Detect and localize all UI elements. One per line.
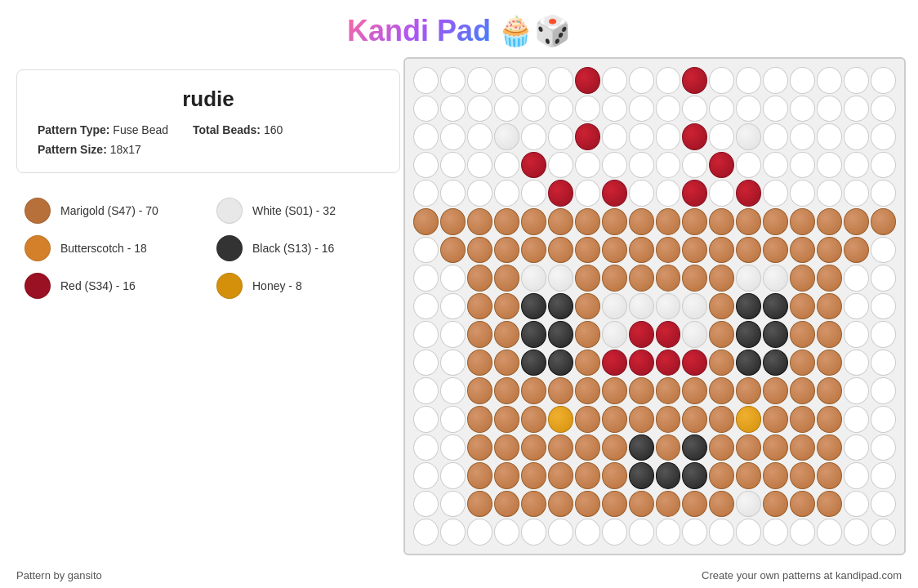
bead (763, 96, 788, 122)
bead (709, 265, 734, 292)
bead (709, 519, 734, 546)
bead (521, 434, 546, 461)
left-panel: rudie Pattern Type: Fuse Bead Total Bead… (16, 69, 400, 555)
bead (494, 491, 519, 518)
color-legend-item: Red (S34) - 16 (25, 273, 200, 299)
bead (817, 123, 842, 150)
bead (575, 67, 600, 94)
bead (682, 67, 707, 94)
color-legend-item: Marigold (S47) - 70 (25, 198, 200, 224)
bead (656, 152, 681, 179)
bead (494, 462, 519, 489)
bead (709, 321, 734, 348)
bead (736, 434, 761, 461)
bead (629, 462, 654, 489)
bead (844, 265, 869, 292)
bead (467, 406, 492, 433)
bead (413, 152, 439, 179)
bead (602, 237, 627, 264)
bead (763, 237, 788, 264)
bead (709, 406, 734, 433)
bead (682, 293, 707, 320)
bead (656, 237, 681, 264)
bead (629, 67, 654, 94)
bead (521, 491, 546, 518)
bead (494, 96, 519, 122)
bead (494, 123, 519, 150)
color-legend-item: Honey - 8 (216, 273, 392, 299)
bead (467, 491, 492, 518)
bead (790, 293, 815, 320)
pattern-meta: Pattern Type: Fuse Bead Total Beads: 160 (38, 123, 379, 136)
total-beads: Total Beads: 160 (193, 123, 283, 136)
pattern-name: rudie (38, 87, 379, 112)
bead (629, 123, 654, 150)
bead (494, 152, 519, 179)
bead (844, 96, 869, 122)
bead (656, 434, 681, 461)
bead (709, 123, 734, 150)
bead (413, 377, 439, 404)
bead (521, 152, 546, 179)
bead (817, 180, 842, 207)
bead (413, 462, 439, 489)
bead (467, 321, 492, 348)
bead (413, 293, 439, 320)
bead (413, 491, 439, 518)
bead (548, 152, 573, 179)
bead (440, 96, 466, 122)
bead (790, 208, 815, 235)
color-legend-item: Butterscotch - 18 (25, 235, 200, 261)
bead (844, 180, 869, 207)
bead (763, 208, 788, 235)
bead-grid (403, 57, 906, 555)
bead (602, 462, 627, 489)
bead (494, 208, 519, 235)
bead (548, 265, 573, 292)
bead (790, 265, 815, 292)
bead (790, 321, 815, 348)
bead (871, 265, 896, 292)
bead (871, 462, 896, 489)
bead (575, 350, 600, 376)
bead (602, 377, 627, 404)
bead (602, 293, 627, 320)
color-label: Honey - 8 (252, 279, 302, 292)
bead (440, 462, 466, 489)
bead (575, 377, 600, 404)
bead (817, 377, 842, 404)
bead (790, 377, 815, 404)
bead (440, 491, 466, 518)
bead (413, 350, 439, 376)
bead (871, 123, 896, 150)
bead (709, 152, 734, 179)
bead (602, 96, 627, 122)
bead (602, 123, 627, 150)
bead (844, 377, 869, 404)
bead (548, 67, 573, 94)
bead (871, 208, 896, 235)
bead (871, 293, 896, 320)
bead (709, 434, 734, 461)
bead (494, 434, 519, 461)
bead (817, 237, 842, 264)
bead (790, 491, 815, 518)
bead (575, 321, 600, 348)
pattern-type: Pattern Type: Fuse Bead (38, 123, 168, 136)
bead (494, 377, 519, 404)
bead (790, 67, 815, 94)
bead (709, 67, 734, 94)
color-label: Butterscotch - 18 (60, 242, 147, 255)
bead (467, 293, 492, 320)
footer: Pattern by gansito Create your own patte… (0, 569, 918, 581)
bead (413, 96, 439, 122)
bead (548, 180, 573, 207)
bead (548, 96, 573, 122)
bead (575, 96, 600, 122)
bead (413, 519, 439, 546)
bead (602, 67, 627, 94)
bead (682, 152, 707, 179)
pattern-info-card: rudie Pattern Type: Fuse Bead Total Bead… (16, 69, 400, 173)
color-swatch (216, 235, 243, 261)
bead (736, 265, 761, 292)
